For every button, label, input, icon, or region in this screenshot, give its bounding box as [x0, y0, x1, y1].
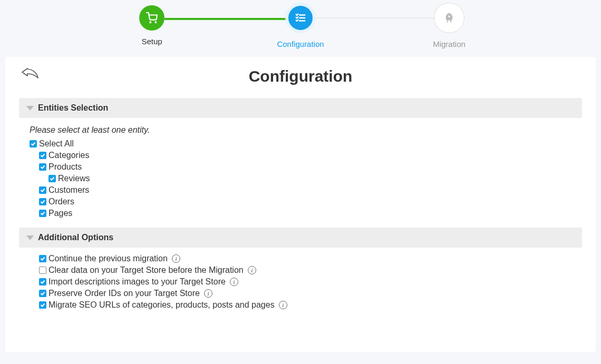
option-migrate-seo-label: Migrate SEO URLs of categories, products… [49, 300, 275, 310]
rocket-icon [443, 12, 455, 24]
reply-arrow-icon [21, 66, 39, 79]
options-section-title: Additional Options [38, 233, 113, 242]
chevron-down-icon [26, 235, 34, 240]
entities-section-header[interactable]: Entities Selection [19, 98, 582, 118]
info-icon[interactable]: i [279, 301, 287, 309]
svg-point-1 [155, 22, 156, 23]
options-list: Continue the previous migration i Clear … [39, 254, 582, 310]
option-clear-target-row[interactable]: Clear data on your Target Store before t… [39, 265, 582, 275]
step-line-1 [164, 18, 288, 20]
svg-point-0 [150, 22, 151, 23]
entity-products-label: Products [49, 162, 82, 172]
entity-customers-checkbox[interactable] [39, 186, 46, 194]
step-configuration-circle [285, 3, 316, 33]
step-setup-label: Setup [141, 37, 162, 46]
entity-reviews-row[interactable]: Reviews [49, 174, 582, 183]
step-migration[interactable]: Migration [375, 5, 524, 48]
step-migration-circle [434, 3, 464, 33]
info-icon[interactable]: i [172, 254, 180, 263]
entity-categories-checkbox[interactable] [39, 152, 46, 159]
step-configuration-label: Configuration [277, 40, 324, 48]
info-icon[interactable]: i [248, 266, 256, 274]
entities-section-title: Entities Selection [38, 103, 108, 113]
entity-products-checkbox[interactable] [39, 163, 46, 171]
entity-categories-row[interactable]: Categories [39, 151, 582, 160]
option-import-images-label: Import descriptions images to your Targe… [49, 277, 226, 287]
entity-reviews-label: Reviews [58, 174, 90, 183]
option-import-images-row[interactable]: Import descriptions images to your Targe… [39, 277, 582, 287]
option-preserve-ids-checkbox[interactable] [39, 290, 46, 297]
entities-list: Select All Categories Products Reviews C… [30, 139, 582, 218]
entity-reviews-checkbox[interactable] [49, 175, 56, 182]
select-all-checkbox[interactable] [30, 140, 37, 147]
options-section-header[interactable]: Additional Options [19, 228, 582, 248]
entity-pages-checkbox[interactable] [39, 210, 46, 217]
entity-customers-row[interactable]: Customers [39, 185, 582, 195]
step-setup-circle [139, 5, 164, 31]
checklist-icon [295, 12, 306, 24]
page-title: Configuration [19, 67, 582, 85]
entity-orders-label: Orders [49, 197, 74, 206]
option-continue-prev-label: Continue the previous migration [49, 254, 168, 263]
stepper: Setup Configuration Migration [0, 0, 601, 48]
select-all-label: Select All [39, 139, 74, 149]
select-all-row[interactable]: Select All [30, 139, 582, 149]
entities-hint: Please select at least one entity. [30, 125, 582, 135]
entity-pages-label: Pages [49, 209, 72, 218]
step-migration-label: Migration [433, 40, 466, 48]
option-preserve-ids-row[interactable]: Preserve Order IDs on your Target Store … [39, 289, 582, 298]
entity-categories-label: Categories [49, 151, 89, 160]
option-import-images-checkbox[interactable] [39, 278, 46, 286]
step-line-2 [316, 18, 434, 18]
step-configuration[interactable]: Configuration [226, 5, 375, 48]
entity-products-row[interactable]: Products [39, 162, 582, 172]
entity-pages-row[interactable]: Pages [39, 209, 582, 218]
option-migrate-seo-row[interactable]: Migrate SEO URLs of categories, products… [39, 300, 582, 310]
back-button[interactable] [21, 66, 39, 81]
cart-icon [146, 12, 158, 24]
option-continue-prev-row[interactable]: Continue the previous migration i [39, 254, 582, 263]
step-setup[interactable]: Setup [77, 5, 226, 46]
entity-orders-row[interactable]: Orders [39, 197, 582, 206]
entity-orders-checkbox[interactable] [39, 198, 46, 205]
config-card: Configuration Entities Selection Please … [5, 57, 596, 352]
option-clear-target-label: Clear data on your Target Store before t… [49, 265, 244, 275]
chevron-down-icon [26, 106, 34, 111]
option-migrate-seo-checkbox[interactable] [39, 301, 46, 309]
option-clear-target-checkbox[interactable] [39, 267, 46, 274]
entity-customers-label: Customers [49, 185, 89, 195]
option-continue-prev-checkbox[interactable] [39, 255, 46, 262]
option-preserve-ids-label: Preserve Order IDs on your Target Store [49, 289, 200, 298]
card-header: Configuration [5, 57, 596, 98]
info-icon[interactable]: i [230, 278, 238, 286]
info-icon[interactable]: i [204, 289, 212, 298]
